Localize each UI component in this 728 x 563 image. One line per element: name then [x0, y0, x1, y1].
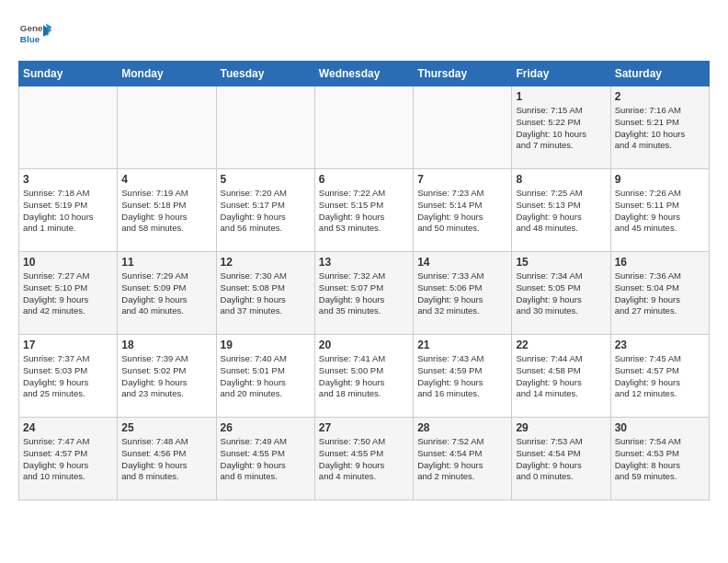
- calendar-day-5: 5Sunrise: 7:20 AM Sunset: 5:17 PM Daylig…: [216, 169, 314, 252]
- day-info: Sunrise: 7:45 AM Sunset: 4:57 PM Dayligh…: [615, 353, 705, 400]
- day-number: 17: [23, 339, 113, 351]
- day-info: Sunrise: 7:43 AM Sunset: 4:59 PM Dayligh…: [417, 353, 507, 400]
- day-number: 23: [615, 339, 705, 351]
- day-number: 11: [121, 256, 211, 269]
- calendar-day-9: 9Sunrise: 7:26 AM Sunset: 5:11 PM Daylig…: [610, 169, 709, 252]
- day-info: Sunrise: 7:27 AM Sunset: 5:10 PM Dayligh…: [23, 270, 113, 317]
- day-number: 27: [319, 421, 409, 434]
- calendar-day-12: 12Sunrise: 7:30 AM Sunset: 5:08 PM Dayli…: [216, 252, 314, 335]
- logo: General Blue: [18, 18, 51, 52]
- day-number: 5: [221, 173, 311, 186]
- calendar-empty-cell: [414, 86, 512, 169]
- day-info: Sunrise: 7:25 AM Sunset: 5:13 PM Dayligh…: [516, 188, 606, 235]
- day-info: Sunrise: 7:49 AM Sunset: 4:55 PM Dayligh…: [221, 436, 311, 483]
- calendar-day-16: 16Sunrise: 7:36 AM Sunset: 5:04 PM Dayli…: [610, 252, 709, 335]
- day-info: Sunrise: 7:29 AM Sunset: 5:09 PM Dayligh…: [121, 270, 211, 317]
- day-number: 1: [516, 90, 606, 103]
- calendar-week-row: 17Sunrise: 7:37 AM Sunset: 5:03 PM Dayli…: [19, 335, 710, 418]
- calendar-day-22: 22Sunrise: 7:44 AM Sunset: 4:58 PM Dayli…: [512, 335, 610, 418]
- day-info: Sunrise: 7:26 AM Sunset: 5:11 PM Dayligh…: [615, 188, 705, 235]
- calendar-day-8: 8Sunrise: 7:25 AM Sunset: 5:13 PM Daylig…: [512, 169, 610, 252]
- day-info: Sunrise: 7:52 AM Sunset: 4:54 PM Dayligh…: [417, 436, 507, 483]
- day-info: Sunrise: 7:53 AM Sunset: 4:54 PM Dayligh…: [516, 436, 606, 483]
- calendar-day-18: 18Sunrise: 7:39 AM Sunset: 5:02 PM Dayli…: [118, 335, 216, 418]
- day-info: Sunrise: 7:23 AM Sunset: 5:14 PM Dayligh…: [417, 188, 507, 235]
- day-info: Sunrise: 7:19 AM Sunset: 5:18 PM Dayligh…: [121, 188, 211, 235]
- weekday-header-thursday: Thursday: [414, 62, 512, 86]
- calendar-day-28: 28Sunrise: 7:52 AM Sunset: 4:54 PM Dayli…: [414, 418, 512, 500]
- calendar-week-row: 1Sunrise: 7:15 AM Sunset: 5:22 PM Daylig…: [19, 86, 710, 169]
- calendar-day-3: 3Sunrise: 7:18 AM Sunset: 5:19 PM Daylig…: [19, 169, 118, 252]
- day-info: Sunrise: 7:32 AM Sunset: 5:07 PM Dayligh…: [319, 270, 409, 317]
- calendar-day-26: 26Sunrise: 7:49 AM Sunset: 4:55 PM Dayli…: [216, 418, 314, 500]
- calendar-day-1: 1Sunrise: 7:15 AM Sunset: 5:22 PM Daylig…: [512, 86, 610, 169]
- weekday-header-friday: Friday: [512, 62, 610, 86]
- calendar-day-6: 6Sunrise: 7:22 AM Sunset: 5:15 PM Daylig…: [314, 169, 413, 252]
- weekday-header-monday: Monday: [118, 62, 216, 86]
- day-number: 16: [615, 256, 705, 269]
- calendar-day-24: 24Sunrise: 7:47 AM Sunset: 4:57 PM Dayli…: [19, 418, 118, 500]
- day-number: 24: [23, 421, 113, 434]
- day-number: 13: [319, 256, 409, 269]
- calendar-day-25: 25Sunrise: 7:48 AM Sunset: 4:56 PM Dayli…: [118, 418, 216, 500]
- calendar-empty-cell: [216, 86, 314, 169]
- calendar-empty-cell: [314, 86, 413, 169]
- logo-icon: General Blue: [18, 18, 51, 52]
- day-info: Sunrise: 7:54 AM Sunset: 4:53 PM Dayligh…: [615, 436, 705, 483]
- day-number: 15: [516, 256, 606, 269]
- weekday-header-wednesday: Wednesday: [314, 62, 413, 86]
- calendar-day-2: 2Sunrise: 7:16 AM Sunset: 5:21 PM Daylig…: [610, 86, 709, 169]
- calendar-day-10: 10Sunrise: 7:27 AM Sunset: 5:10 PM Dayli…: [19, 252, 118, 335]
- day-number: 2: [615, 90, 705, 103]
- day-number: 14: [417, 256, 507, 269]
- day-info: Sunrise: 7:50 AM Sunset: 4:55 PM Dayligh…: [319, 436, 409, 483]
- weekday-header-saturday: Saturday: [610, 62, 709, 86]
- calendar-week-row: 10Sunrise: 7:27 AM Sunset: 5:10 PM Dayli…: [19, 252, 710, 335]
- day-number: 7: [417, 173, 507, 186]
- day-info: Sunrise: 7:41 AM Sunset: 5:00 PM Dayligh…: [319, 353, 409, 400]
- day-number: 12: [221, 256, 311, 269]
- calendar-table: SundayMondayTuesdayWednesdayThursdayFrid…: [18, 61, 710, 500]
- day-number: 22: [516, 339, 606, 351]
- day-info: Sunrise: 7:39 AM Sunset: 5:02 PM Dayligh…: [121, 353, 211, 400]
- svg-text:Blue: Blue: [20, 34, 40, 44]
- day-number: 8: [516, 173, 606, 186]
- day-info: Sunrise: 7:22 AM Sunset: 5:15 PM Dayligh…: [319, 188, 409, 235]
- day-number: 19: [221, 339, 311, 351]
- calendar-day-14: 14Sunrise: 7:33 AM Sunset: 5:06 PM Dayli…: [414, 252, 512, 335]
- day-info: Sunrise: 7:15 AM Sunset: 5:22 PM Dayligh…: [516, 105, 606, 152]
- day-number: 28: [417, 421, 507, 434]
- day-info: Sunrise: 7:30 AM Sunset: 5:08 PM Dayligh…: [221, 270, 311, 317]
- day-info: Sunrise: 7:40 AM Sunset: 5:01 PM Dayligh…: [221, 353, 311, 400]
- day-number: 6: [319, 173, 409, 186]
- day-number: 18: [121, 339, 211, 351]
- day-number: 25: [121, 421, 211, 434]
- day-info: Sunrise: 7:47 AM Sunset: 4:57 PM Dayligh…: [23, 436, 113, 483]
- day-number: 9: [615, 173, 705, 186]
- day-number: 20: [319, 339, 409, 351]
- calendar-day-30: 30Sunrise: 7:54 AM Sunset: 4:53 PM Dayli…: [610, 418, 709, 500]
- calendar-day-17: 17Sunrise: 7:37 AM Sunset: 5:03 PM Dayli…: [19, 335, 118, 418]
- calendar-day-27: 27Sunrise: 7:50 AM Sunset: 4:55 PM Dayli…: [314, 418, 413, 500]
- day-info: Sunrise: 7:18 AM Sunset: 5:19 PM Dayligh…: [23, 188, 113, 235]
- calendar-empty-cell: [118, 86, 216, 169]
- calendar-day-15: 15Sunrise: 7:34 AM Sunset: 5:05 PM Dayli…: [512, 252, 610, 335]
- weekday-header-sunday: Sunday: [19, 62, 118, 86]
- day-info: Sunrise: 7:44 AM Sunset: 4:58 PM Dayligh…: [516, 353, 606, 400]
- calendar-day-29: 29Sunrise: 7:53 AM Sunset: 4:54 PM Dayli…: [512, 418, 610, 500]
- weekday-header-row: SundayMondayTuesdayWednesdayThursdayFrid…: [19, 62, 710, 86]
- day-number: 29: [516, 421, 606, 434]
- day-info: Sunrise: 7:36 AM Sunset: 5:04 PM Dayligh…: [615, 270, 705, 317]
- day-info: Sunrise: 7:34 AM Sunset: 5:05 PM Dayligh…: [516, 270, 606, 317]
- calendar-day-20: 20Sunrise: 7:41 AM Sunset: 5:00 PM Dayli…: [314, 335, 413, 418]
- calendar-day-11: 11Sunrise: 7:29 AM Sunset: 5:09 PM Dayli…: [118, 252, 216, 335]
- calendar-day-13: 13Sunrise: 7:32 AM Sunset: 5:07 PM Dayli…: [314, 252, 413, 335]
- page-header: General Blue: [18, 18, 710, 52]
- calendar-empty-cell: [19, 86, 118, 169]
- calendar-week-row: 24Sunrise: 7:47 AM Sunset: 4:57 PM Dayli…: [19, 418, 710, 500]
- day-number: 21: [417, 339, 507, 351]
- day-number: 30: [615, 421, 705, 434]
- calendar-day-19: 19Sunrise: 7:40 AM Sunset: 5:01 PM Dayli…: [216, 335, 314, 418]
- day-info: Sunrise: 7:48 AM Sunset: 4:56 PM Dayligh…: [121, 436, 211, 483]
- calendar-week-row: 3Sunrise: 7:18 AM Sunset: 5:19 PM Daylig…: [19, 169, 710, 252]
